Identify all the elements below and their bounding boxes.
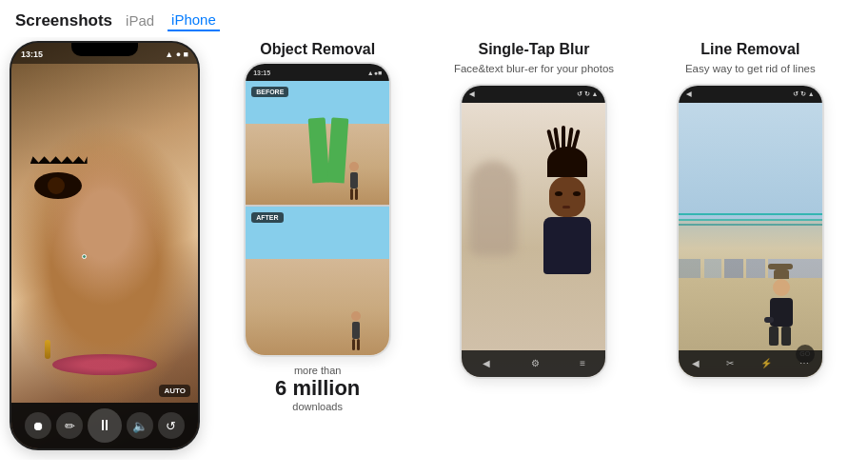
back-icon[interactable]: ◀ [483,358,490,368]
card2-title: Object Removal [260,41,375,58]
blur-status-bar: ◀ ↺ ↻ ▲ [462,86,605,103]
teal-lines [679,213,822,226]
status-time: 13:15 [21,50,43,59]
child-body [350,172,358,188]
card4-subtitle: Easy way to get rid of lines [685,62,816,76]
page-header: Screenshots iPad iPhone [0,0,868,37]
child-leg-l [350,188,353,200]
feature-card-line-removal: Line Removal Easy way to get rid of line… [642,41,858,379]
child-figure-after [351,311,361,350]
leg-r [781,327,791,346]
green-legs [310,118,346,183]
phone-frame-blur: ◀ ↺ ↻ ▲ [460,84,607,379]
record-icon[interactable]: ⏺ [25,412,51,439]
brush-icon[interactable]: ✏ [56,412,83,439]
face [549,177,585,217]
obj-status-bar: 13:15 ▲●■ [246,64,389,81]
teal-line-2 [679,219,822,221]
card4-title: Line Removal [700,41,799,58]
child-figure-before [347,162,361,200]
child-head [349,162,359,171]
back-icon-lr[interactable]: ◀ [692,358,700,368]
tool3-icon[interactable]: ⋯ [799,358,809,368]
object-removal-screen: BEFORE AFTER [246,81,389,355]
blur-screen [462,103,605,379]
card3-subtitle: Face&text blur-er for your photos [454,62,614,76]
menu-icon[interactable]: ≡ [580,358,585,368]
line-bottom-bar: ◀ ✂ ⚡ ⋯ [679,350,822,377]
child-legs [350,188,358,200]
sit-head [773,279,790,296]
arm-l [764,317,774,323]
feature-card-blur: Single-Tap Blur Face&text blur-er for yo… [425,41,641,379]
child-leg-r [355,188,358,200]
hat-wrapper [768,264,795,279]
beach-after: AFTER [246,207,389,355]
leg-l-after [352,339,355,350]
child-head-after [351,311,361,321]
phone1-toolbar: ⏺ ✏ ⏸ 🔈 ↺ [11,403,198,448]
sit-legs [769,327,794,346]
downloads-count: 6 million [275,376,360,400]
phone1-screen: AUTO [11,43,198,448]
blur-bottom-bar: ◀ ⚙ ≡ [462,350,605,377]
dread3 [562,126,565,150]
eye [34,172,87,206]
teal-line-3 [679,224,822,226]
teal-line-1 [679,213,822,215]
auto-badge: AUTO [159,385,190,397]
tab-ipad[interactable]: iPad [122,10,158,30]
eye-l [555,191,562,196]
tool2-icon[interactable]: ⚡ [760,358,772,368]
phone-frame-line-removal: ◀ ↺ ↻ ▲ [677,84,824,379]
downloads-text: more than 6 million downloads [275,365,360,412]
phone-large-frame: 13:15 ▲ ● ■ AUTO ⏺ ✏ ⏸ 🔈 [10,41,200,450]
leg-r-after [357,339,360,350]
main-body [543,217,591,274]
sky [679,103,822,219]
card3-title: Single-Tap Blur [478,41,589,58]
screenshot-phone1: 13:15 ▲ ● ■ AUTO ⏺ ✏ ⏸ 🔈 [10,41,200,450]
line-status-bar: ◀ ↺ ↻ ▲ [679,86,822,103]
mute-icon[interactable]: 🔈 [127,412,153,439]
earring [45,340,50,359]
sit-body [770,298,793,327]
page-title: Screenshots [15,11,112,30]
mouth [562,206,570,208]
tool-icon[interactable]: ⚙ [531,358,540,368]
tab-iphone[interactable]: iPhone [168,10,220,31]
before-label: BEFORE [251,87,288,97]
after-label: AFTER [251,212,283,223]
feature-card-object-removal: Object Removal 13:15 ▲●■ BEFORE [209,41,425,412]
tool1-icon[interactable]: ✂ [726,358,734,368]
status-icons: ▲ ● ■ [165,50,188,59]
phone-frame-object-removal: 13:15 ▲●■ BEFORE [244,62,391,357]
screenshots-row: 13:15 ▲ ● ■ AUTO ⏺ ✏ ⏸ 🔈 [0,37,868,460]
beach-before: BEFORE [246,81,389,205]
blurred-bg-person [469,161,517,256]
hat-crown [774,269,789,279]
eye-r [573,191,581,196]
transform-icon[interactable]: ↺ [158,412,185,439]
dread5 [572,129,582,150]
child-body-after [352,322,360,339]
leg-l [769,327,779,346]
child-legs-after [352,339,360,350]
play-button[interactable]: ⏸ [88,408,122,443]
hair [547,147,587,177]
phone-notch [71,43,138,56]
main-person [537,147,599,280]
line-removal-screen: GO [679,103,822,379]
